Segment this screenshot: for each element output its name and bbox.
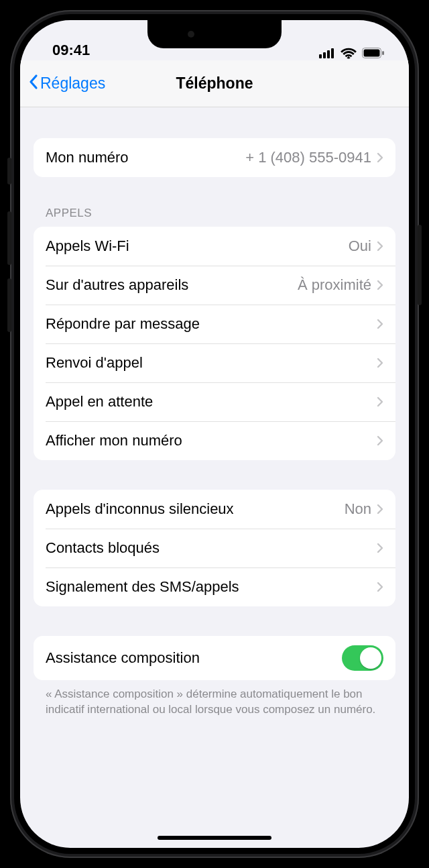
- svg-rect-3: [331, 48, 334, 58]
- row-my-number[interactable]: Mon numéro + 1 (408) 555-0941: [34, 138, 395, 177]
- row-show-caller-id[interactable]: Afficher mon numéro: [34, 421, 395, 460]
- row-detail: Oui: [349, 237, 371, 255]
- screen: 09:41 Réglages Téléphone: [20, 20, 409, 848]
- row-respond-message[interactable]: Répondre par message: [34, 305, 395, 343]
- dial-assist-toggle[interactable]: [342, 645, 383, 671]
- chevron-right-icon: [377, 319, 383, 329]
- dial-assist-footer: « Assistance composition » détermine aut…: [34, 680, 395, 718]
- chevron-right-icon: [377, 358, 383, 368]
- device-frame: 09:41 Réglages Téléphone: [10, 10, 419, 858]
- chevron-right-icon: [377, 396, 383, 407]
- group-silence: Appels d'inconnus silencieux Non Contact…: [34, 490, 395, 606]
- chevron-right-icon: [377, 241, 383, 252]
- row-wifi-calling[interactable]: Appels Wi-Fi Oui: [34, 227, 395, 266]
- row-label: Appels d'inconnus silencieux: [46, 500, 345, 518]
- nav-bar: Réglages Téléphone: [20, 60, 409, 107]
- row-label: Signalement des SMS/appels: [46, 578, 377, 596]
- row-silence-unknown[interactable]: Appels d'inconnus silencieux Non: [34, 490, 395, 529]
- row-other-devices[interactable]: Sur d'autres appareils À proximité: [34, 266, 395, 305]
- row-label: Appel en attente: [46, 393, 377, 411]
- home-indicator[interactable]: [158, 836, 271, 840]
- volume-down-button: [7, 278, 11, 332]
- power-button: [418, 225, 422, 305]
- chevron-right-icon: [377, 582, 383, 592]
- row-label: Assistance composition: [46, 649, 342, 667]
- list-calls: Appels Wi-Fi Oui Sur d'autres appareils …: [34, 227, 395, 460]
- row-blocked-contacts[interactable]: Contacts bloqués: [34, 529, 395, 567]
- status-indicators: [319, 47, 385, 59]
- row-detail: + 1 (408) 555-0941: [245, 149, 371, 166]
- row-label: Contacts bloqués: [46, 539, 377, 557]
- chevron-right-icon: [377, 543, 383, 553]
- volume-up-button: [7, 211, 11, 265]
- svg-rect-1: [323, 52, 326, 58]
- group-dial-assist: Assistance composition « Assistance comp…: [34, 636, 395, 718]
- row-call-waiting[interactable]: Appel en attente: [34, 382, 395, 421]
- chevron-right-icon: [377, 152, 383, 163]
- list-dial-assist: Assistance composition: [34, 636, 395, 680]
- group-my-number: Mon numéro + 1 (408) 555-0941: [34, 138, 395, 177]
- row-label: Sur d'autres appareils: [46, 276, 298, 294]
- group-calls: APPELS Appels Wi-Fi Oui Sur d'autres app…: [34, 207, 395, 460]
- svg-rect-0: [319, 54, 322, 58]
- chevron-right-icon: [377, 435, 383, 446]
- mute-switch: [7, 158, 11, 184]
- status-time: 09:41: [52, 42, 90, 59]
- group-header-calls: APPELS: [34, 207, 395, 227]
- svg-rect-5: [364, 50, 380, 57]
- svg-rect-6: [382, 51, 384, 55]
- wifi-icon: [341, 47, 357, 59]
- battery-icon: [362, 48, 385, 58]
- row-label: Mon numéro: [46, 149, 245, 166]
- list-silence: Appels d'inconnus silencieux Non Contact…: [34, 490, 395, 606]
- row-label: Appels Wi-Fi: [46, 237, 349, 255]
- nav-title: Téléphone: [20, 74, 409, 93]
- row-label: Répondre par message: [46, 315, 377, 333]
- chevron-right-icon: [377, 280, 383, 290]
- row-label: Afficher mon numéro: [46, 432, 377, 449]
- row-call-forwarding[interactable]: Renvoi d'appel: [34, 343, 395, 382]
- notch: [147, 20, 282, 48]
- row-dial-assist[interactable]: Assistance composition: [34, 636, 395, 680]
- list-my-number: Mon numéro + 1 (408) 555-0941: [34, 138, 395, 177]
- chevron-right-icon: [377, 504, 383, 514]
- row-report-sms-calls[interactable]: Signalement des SMS/appels: [34, 567, 395, 606]
- row-detail: À proximité: [298, 276, 371, 294]
- settings-content: Mon numéro + 1 (408) 555-0941 APPELS App…: [20, 138, 409, 718]
- cellular-icon: [319, 48, 335, 58]
- row-detail: Non: [345, 500, 371, 518]
- row-label: Renvoi d'appel: [46, 354, 377, 372]
- svg-rect-2: [327, 50, 330, 58]
